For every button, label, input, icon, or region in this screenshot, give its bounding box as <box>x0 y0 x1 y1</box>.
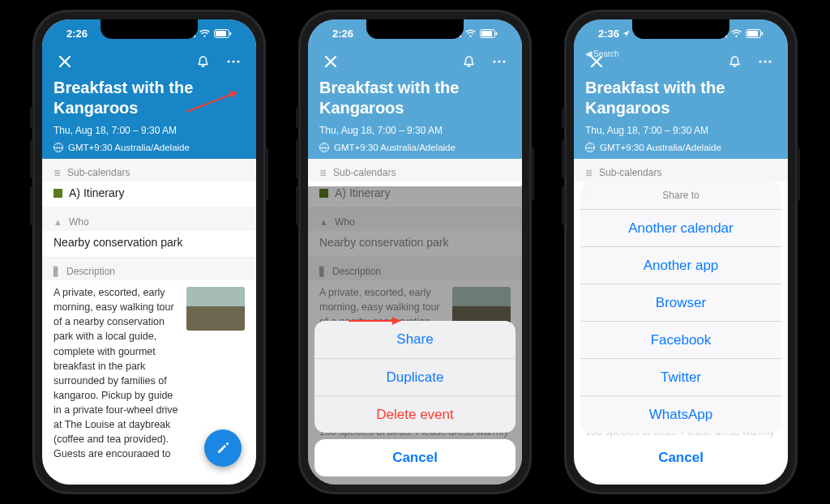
screen-1: 2:26 <box>42 19 256 485</box>
screen-3: 2:36 ◀Search <box>574 19 788 485</box>
event-datetime: Thu, Aug 18, 7:00 – 9:30 AM <box>319 125 511 136</box>
notch <box>366 19 464 39</box>
back-to-search[interactable]: ◀Search <box>585 49 619 59</box>
wifi-icon <box>730 29 742 38</box>
section-description: ▋ Description <box>42 258 256 280</box>
svg-rect-13 <box>747 31 758 36</box>
share-cancel[interactable]: Cancel <box>580 439 781 476</box>
location-icon <box>622 30 630 37</box>
svg-point-11 <box>503 60 505 62</box>
phone-2: 2:26 Breakfast wi <box>298 10 532 494</box>
annotation-arrow-more <box>183 88 248 115</box>
more-action-sheet: Share Duplicate Delete event Cancel <box>314 321 516 476</box>
sheet-duplicate[interactable]: Duplicate <box>314 358 516 395</box>
description-image[interactable] <box>186 287 245 331</box>
notch <box>632 19 729 39</box>
status-time: 2:36 <box>598 28 619 40</box>
person-icon: ▲ <box>53 217 62 227</box>
section-sub-calendars: ≣ Sub-calendars <box>42 159 256 182</box>
phone-1: 2:26 <box>32 10 266 494</box>
svg-point-15 <box>759 60 761 62</box>
share-action-sheet: Share to Another calendar Another app Br… <box>580 182 781 476</box>
event-datetime: Thu, Aug 18, 7:00 – 9:30 AM <box>53 125 245 136</box>
share-whatsapp[interactable]: WhatsApp <box>580 395 781 433</box>
notch <box>101 19 198 39</box>
event-datetime: Thu, Aug 18, 7:00 – 9:30 AM <box>585 125 777 136</box>
event-timezone: GMT+9:30 Australia/Adelaide <box>68 143 190 152</box>
event-timezone-row: GMT+9:30 Australia/Adelaide <box>585 143 777 152</box>
more-icon[interactable] <box>488 50 511 73</box>
status-time: 2:26 <box>66 28 88 40</box>
close-icon[interactable] <box>319 50 342 73</box>
event-title: Breakfast with the Kangaroos <box>319 78 511 118</box>
battery-icon <box>746 29 764 38</box>
event-timezone-row: GMT+9:30 Australia/Adelaide <box>319 143 511 152</box>
svg-rect-2 <box>230 32 232 35</box>
svg-rect-7 <box>481 31 492 36</box>
share-facebook[interactable]: Facebook <box>580 321 781 358</box>
sheet-delete[interactable]: Delete event <box>314 395 516 433</box>
share-twitter[interactable]: Twitter <box>580 358 781 395</box>
svg-point-4 <box>232 60 234 62</box>
battery-icon <box>480 29 498 38</box>
share-to-header: Share to <box>580 182 781 209</box>
sheet-share[interactable]: Share <box>314 321 516 358</box>
who-value-row[interactable]: Nearby conservation park <box>42 231 256 258</box>
edit-fab[interactable] <box>204 429 242 467</box>
globe-icon <box>319 143 329 152</box>
svg-point-9 <box>493 60 495 62</box>
bell-icon[interactable] <box>723 50 746 73</box>
event-title: Breakfast with the Kangaroos <box>585 78 777 118</box>
svg-point-16 <box>764 60 766 62</box>
wifi-icon <box>199 29 211 38</box>
stack-icon: ≣ <box>53 168 61 178</box>
event-timezone-row: GMT+9:30 Australia/Adelaide <box>53 143 245 152</box>
section-who: ▲ Who <box>42 208 256 231</box>
svg-point-5 <box>237 60 239 62</box>
svg-rect-8 <box>496 32 498 35</box>
svg-rect-14 <box>762 32 764 35</box>
close-icon[interactable] <box>53 50 76 73</box>
svg-point-10 <box>498 60 500 62</box>
share-another-calendar[interactable]: Another calendar <box>580 209 781 246</box>
calendar-color-swatch <box>53 189 62 198</box>
sheet-cancel[interactable]: Cancel <box>314 439 516 476</box>
svg-point-17 <box>768 60 771 62</box>
globe-icon <box>585 143 595 152</box>
text-icon: ▋ <box>53 267 60 277</box>
wifi-icon <box>464 29 477 38</box>
battery-icon <box>214 29 232 38</box>
sub-calendar-value-row[interactable]: A) Itinerary <box>42 182 256 208</box>
globe-icon <box>53 143 63 152</box>
svg-point-3 <box>227 60 229 62</box>
bell-icon[interactable] <box>191 50 214 73</box>
status-time: 2:26 <box>332 28 353 40</box>
phone-3: 2:36 ◀Search <box>564 10 798 494</box>
svg-rect-1 <box>216 31 226 36</box>
bell-icon[interactable] <box>457 50 480 73</box>
share-another-app[interactable]: Another app <box>580 246 781 284</box>
screen-2: 2:26 Breakfast wi <box>308 19 522 485</box>
annotation-arrow-share <box>347 314 410 327</box>
share-browser[interactable]: Browser <box>580 284 781 321</box>
more-icon[interactable] <box>754 50 777 73</box>
more-icon[interactable] <box>222 50 245 73</box>
